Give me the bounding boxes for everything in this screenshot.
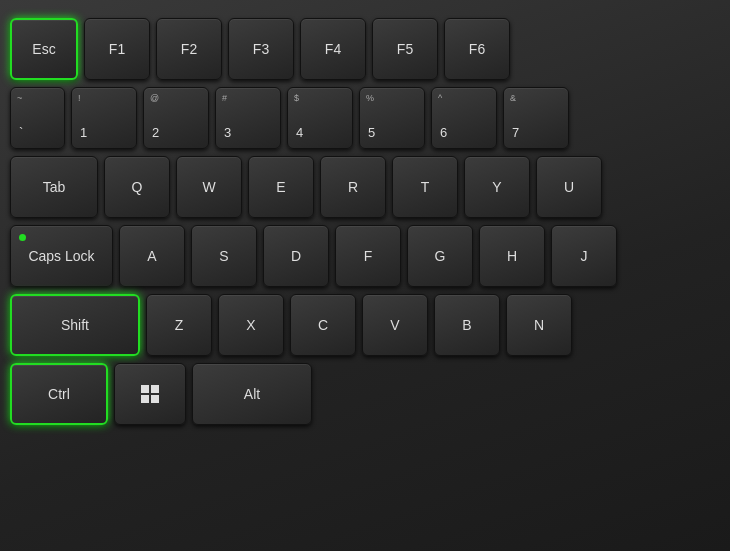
key-b-label: B (462, 317, 471, 333)
key-alt-label: Alt (244, 386, 260, 402)
key-f4[interactable]: F4 (300, 18, 366, 80)
key-shift-label: Shift (61, 317, 89, 333)
key-g[interactable]: G (407, 225, 473, 287)
key-6-sub-label: ^ (438, 93, 442, 103)
key-row-row-numbers: ~`!1@2#3$4%5^6&7 (10, 87, 720, 149)
key-c-label: C (318, 317, 328, 333)
key-d[interactable]: D (263, 225, 329, 287)
key-7-main-label: 7 (512, 125, 519, 140)
key-j-label: J (581, 248, 588, 264)
key-e[interactable]: E (248, 156, 314, 218)
key-f1-label: F1 (109, 41, 125, 57)
key-u[interactable]: U (536, 156, 602, 218)
key-row-row-asdf: Caps LockASDFGHJ (10, 225, 720, 287)
key-f6[interactable]: F6 (444, 18, 510, 80)
key-w[interactable]: W (176, 156, 242, 218)
key-v-label: V (390, 317, 399, 333)
key-f2[interactable]: F2 (156, 18, 222, 80)
key-4[interactable]: $4 (287, 87, 353, 149)
key-row-row-fn: EscF1F2F3F4F5F6 (10, 18, 720, 80)
key-y-label: Y (492, 179, 501, 195)
key-a-label: A (147, 248, 156, 264)
key-b[interactable]: B (434, 294, 500, 356)
key-1-sub-label: ! (78, 93, 81, 103)
key-u-label: U (564, 179, 574, 195)
key-capslock[interactable]: Caps Lock (10, 225, 113, 287)
key-r[interactable]: R (320, 156, 386, 218)
key-esc-label: Esc (32, 41, 55, 57)
key-f1[interactable]: F1 (84, 18, 150, 80)
key-row-row-qwerty: TabQWERTYU (10, 156, 720, 218)
key-n[interactable]: N (506, 294, 572, 356)
key-f3[interactable]: F3 (228, 18, 294, 80)
key-f3-label: F3 (253, 41, 269, 57)
key-5[interactable]: %5 (359, 87, 425, 149)
key-f[interactable]: F (335, 225, 401, 287)
key-s-label: S (219, 248, 228, 264)
key-r-label: R (348, 179, 358, 195)
capslock-indicator (19, 234, 26, 241)
key-5-sub-label: % (366, 93, 374, 103)
key-ctrl-label: Ctrl (48, 386, 70, 402)
key-2[interactable]: @2 (143, 87, 209, 149)
key-1[interactable]: !1 (71, 87, 137, 149)
key-x-label: X (246, 317, 255, 333)
key-e-label: E (276, 179, 285, 195)
key-j[interactable]: J (551, 225, 617, 287)
key-y[interactable]: Y (464, 156, 530, 218)
key-shift[interactable]: Shift (10, 294, 140, 356)
key-row-row-bottom: CtrlAlt (10, 363, 720, 425)
key-6-main-label: 6 (440, 125, 447, 140)
key-f-label: F (364, 248, 373, 264)
key-f6-label: F6 (469, 41, 485, 57)
key-7[interactable]: &7 (503, 87, 569, 149)
key-q-label: Q (132, 179, 143, 195)
key-a[interactable]: A (119, 225, 185, 287)
key-s[interactable]: S (191, 225, 257, 287)
key-tab[interactable]: Tab (10, 156, 98, 218)
key-n-label: N (534, 317, 544, 333)
key-3-main-label: 3 (224, 125, 231, 140)
key-d-label: D (291, 248, 301, 264)
key-2-main-label: 2 (152, 125, 159, 140)
key-ctrl[interactable]: Ctrl (10, 363, 108, 425)
key-tilde[interactable]: ~` (10, 87, 65, 149)
key-q[interactable]: Q (104, 156, 170, 218)
key-capslock-label: Caps Lock (28, 248, 94, 264)
key-6[interactable]: ^6 (431, 87, 497, 149)
key-f5-label: F5 (397, 41, 413, 57)
key-h[interactable]: H (479, 225, 545, 287)
key-3[interactable]: #3 (215, 87, 281, 149)
key-f5[interactable]: F5 (372, 18, 438, 80)
key-2-sub-label: @ (150, 93, 159, 103)
key-f4-label: F4 (325, 41, 341, 57)
key-4-main-label: 4 (296, 125, 303, 140)
key-g-label: G (435, 248, 446, 264)
key-w-label: W (202, 179, 215, 195)
key-x[interactable]: X (218, 294, 284, 356)
key-t-label: T (421, 179, 430, 195)
key-win[interactable] (114, 363, 186, 425)
key-tilde-sub-label: ~ (17, 93, 22, 103)
key-v[interactable]: V (362, 294, 428, 356)
key-alt[interactable]: Alt (192, 363, 312, 425)
key-t[interactable]: T (392, 156, 458, 218)
key-c[interactable]: C (290, 294, 356, 356)
key-esc[interactable]: Esc (10, 18, 78, 80)
key-z[interactable]: Z (146, 294, 212, 356)
key-tilde-main-label: ` (19, 125, 23, 140)
key-f2-label: F2 (181, 41, 197, 57)
key-row-row-zxcv: ShiftZXCVBN (10, 294, 720, 356)
keyboard: EscF1F2F3F4F5F6~`!1@2#3$4%5^6&7TabQWERTY… (0, 0, 730, 551)
key-tab-label: Tab (43, 179, 66, 195)
key-7-sub-label: & (510, 93, 516, 103)
key-5-main-label: 5 (368, 125, 375, 140)
key-h-label: H (507, 248, 517, 264)
key-z-label: Z (175, 317, 184, 333)
windows-logo-icon (141, 385, 159, 403)
key-3-sub-label: # (222, 93, 227, 103)
key-1-main-label: 1 (80, 125, 87, 140)
key-4-sub-label: $ (294, 93, 299, 103)
